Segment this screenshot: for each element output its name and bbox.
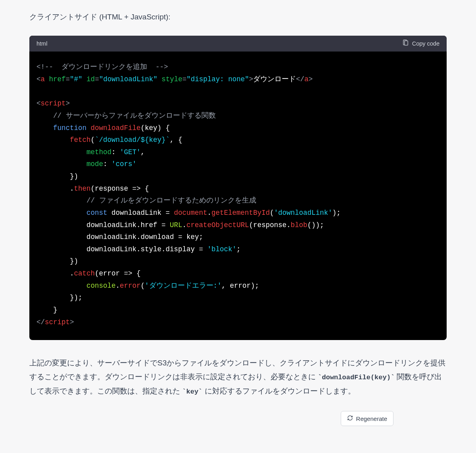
svg-rect-0 xyxy=(404,41,407,45)
code-header: html Copy code xyxy=(29,36,447,52)
copy-code-label: Copy code xyxy=(412,40,440,47)
intro-text: クライアントサイド (HTML + JavaScript): xyxy=(29,11,447,23)
outro-text: 上記の変更により、サーバーサイドでS3からファイルをダウンロードし、クライアント… xyxy=(29,356,447,398)
code-language-label: html xyxy=(36,40,47,47)
inline-code: `key` xyxy=(182,388,202,396)
inline-code: `downloadFile(key)` xyxy=(318,374,395,381)
refresh-icon xyxy=(347,415,353,422)
regenerate-button[interactable]: Regenerate xyxy=(341,411,393,422)
copy-code-button[interactable]: Copy code xyxy=(402,40,440,48)
clipboard-icon xyxy=(402,40,409,48)
code-content[interactable]: <!-- ダウンロードリンクを追加 --> <a href="#" id="do… xyxy=(29,52,447,340)
chat-response: クライアントサイド (HTML + JavaScript): html Copy… xyxy=(0,0,476,422)
code-block: html Copy code <!-- ダウンロードリンクを追加 --> <a … xyxy=(29,36,447,340)
regenerate-label: Regenerate xyxy=(356,415,387,422)
